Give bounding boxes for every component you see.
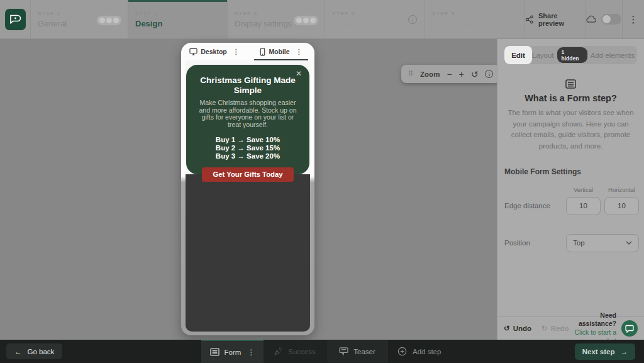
- top-bar: STEP 1 General STEP 2 Design STEP 3 Disp…: [0, 0, 644, 39]
- zoom-info-icon[interactable]: i: [485, 70, 493, 78]
- position-label: Position: [504, 239, 562, 247]
- editor-canvas: Desktop ⋮ Mobile ⋮: [0, 39, 497, 340]
- campaign-step-tabs: Form ⋮ Success: [201, 340, 388, 363]
- bottom-bar: ← Go back Form ⋮: [0, 340, 644, 363]
- tab-edit[interactable]: Edit: [504, 46, 532, 64]
- position-select[interactable]: Top: [566, 234, 639, 252]
- undo-icon: ↺: [504, 324, 510, 333]
- kebab-menu-icon[interactable]: ⋮: [247, 349, 255, 356]
- go-back-button[interactable]: ← Go back: [6, 343, 62, 359]
- step-eyebrow: STEP 5: [432, 11, 525, 16]
- popup-cta-button[interactable]: Get Your Gifts Today: [202, 167, 293, 182]
- campaign-popup[interactable]: ✕ Christmas Gifting Made Simple Make Chr…: [186, 65, 309, 174]
- confetti-icon: [274, 347, 283, 356]
- chevron-down-icon: [626, 241, 632, 245]
- step-tab-final-setup[interactable]: STEP 5 Final setup: [425, 0, 525, 38]
- sidebar-tabs: Edit Layout 1 hidden Add elements: [504, 46, 637, 64]
- step-eyebrow: STEP 2: [135, 11, 227, 16]
- device-tab-label: Mobile: [269, 48, 289, 55]
- zoom-out-button[interactable]: −: [447, 70, 452, 79]
- redo-icon: ↻: [541, 324, 548, 333]
- share-preview-label: Share preview: [538, 12, 585, 27]
- share-icon: [525, 15, 534, 24]
- column-label-horizontal: Horizontal: [604, 186, 639, 197]
- next-step-button[interactable]: Next step →: [575, 343, 635, 360]
- zoom-in-button[interactable]: +: [459, 70, 464, 79]
- step-tab-design[interactable]: STEP 2 Design: [128, 0, 228, 38]
- info-title: What is a Form step?: [506, 93, 635, 103]
- mobile-form-settings: Mobile Form Settings Vertical Horizontal…: [497, 167, 644, 252]
- sidebar-tab-label: Edit: [511, 52, 525, 59]
- go-back-label: Go back: [28, 348, 55, 355]
- hidden-count-badge: 1 hidden: [557, 47, 587, 63]
- tab-success[interactable]: Success: [264, 340, 326, 363]
- chat-bubble-icon: [625, 325, 634, 333]
- step-tab-label: Success: [288, 348, 315, 355]
- step-tab-general[interactable]: STEP 1 General: [31, 0, 128, 38]
- sidebar-tab-label: Layout: [532, 52, 554, 59]
- tab-mobile[interactable]: Mobile ⋮: [248, 43, 314, 60]
- form-icon: [506, 79, 635, 89]
- offer-line: Buy 2 → Save 15%: [196, 144, 300, 152]
- app-window: STEP 1 General STEP 2 Design STEP 3 Disp…: [0, 0, 644, 363]
- tab-desktop[interactable]: Desktop ⋮: [181, 43, 248, 60]
- phone-screen: ✕ Christmas Gifting Made Simple Make Chr…: [186, 60, 310, 332]
- next-step-label: Next step: [582, 348, 615, 355]
- column-label-vertical: Vertical: [566, 186, 601, 197]
- kebab-menu-icon[interactable]: ⋮: [233, 48, 240, 55]
- menu-cell: ⋮: [622, 0, 644, 38]
- brand-logo-icon[interactable]: [5, 9, 26, 30]
- form-icon: [210, 348, 219, 356]
- offer-line: Buy 3 → Save 20%: [196, 152, 300, 160]
- assistance-title: Need assistance?: [569, 311, 616, 328]
- popup-offers: Buy 1 → Save 10% Buy 2 → Save 15% Buy 3 …: [196, 136, 300, 160]
- step-tab-display-settings[interactable]: STEP 3 Display settings: [228, 0, 325, 38]
- info-icon[interactable]: i: [408, 15, 417, 24]
- step-tab-integration[interactable]: STEP 4 Integration i: [325, 0, 425, 38]
- sidebar-footer: ↺ Undo ↻ Redo Need assistance? Click to …: [497, 316, 644, 340]
- zoom-toolbar: ⠿ Zoom − + ↺ i: [401, 65, 500, 83]
- kebab-menu-icon[interactable]: ⋮: [629, 14, 638, 24]
- drag-handle-icon[interactable]: ⠿: [408, 70, 413, 78]
- mobile-preview-frame: Desktop ⋮ Mobile ⋮: [181, 43, 314, 335]
- edge-horizontal-input[interactable]: [604, 197, 639, 215]
- share-preview-button[interactable]: Share preview: [525, 0, 585, 38]
- step-tab-label: Teaser: [353, 348, 375, 355]
- close-icon[interactable]: ✕: [296, 69, 302, 78]
- tab-form[interactable]: Form ⋮: [201, 340, 264, 363]
- popup-title: Christmas Gifting Made Simple: [196, 75, 300, 95]
- device-switcher: Desktop ⋮ Mobile ⋮: [181, 43, 314, 60]
- logo-cell: [0, 0, 31, 38]
- tab-teaser[interactable]: Teaser: [326, 340, 388, 363]
- undo-button[interactable]: ↺ Undo: [504, 324, 531, 333]
- progress-dots: [294, 16, 318, 25]
- sidebar-tab-label: Add elements: [591, 52, 635, 59]
- settings-heading: Mobile Form Settings: [504, 167, 637, 176]
- step-title: Final setup: [432, 19, 525, 28]
- tab-add-elements[interactable]: Add elements: [587, 46, 637, 64]
- edge-vertical-input[interactable]: [566, 197, 601, 215]
- arrow-right-icon: →: [621, 348, 628, 355]
- redo-button[interactable]: ↻ Redo: [541, 324, 569, 333]
- step-title: Design: [135, 19, 227, 28]
- offer-line: Buy 1 → Save 10%: [196, 136, 300, 144]
- kebab-menu-icon[interactable]: ⋮: [296, 48, 303, 55]
- toggle-knob: [602, 15, 611, 23]
- position-value: Top: [573, 239, 585, 247]
- undo-label: Undo: [513, 325, 531, 332]
- desktop-icon: [189, 48, 197, 55]
- zoom-reset-icon[interactable]: ↺: [471, 70, 479, 79]
- back-arrow-icon: ←: [14, 348, 22, 355]
- redo-label: Redo: [551, 325, 569, 332]
- main-area: Desktop ⋮ Mobile ⋮: [0, 39, 644, 340]
- cloud-icon: [586, 15, 597, 23]
- add-step-label: Add step: [413, 348, 441, 355]
- tab-layout[interactable]: Layout 1 hidden: [532, 46, 587, 64]
- publish-toggle[interactable]: [601, 14, 621, 25]
- mobile-icon: [260, 48, 265, 56]
- add-step-button[interactable]: Add step: [397, 340, 441, 363]
- popup-body: Make Christmas shopping easier and more …: [196, 99, 300, 128]
- edge-distance-label: Edge distance: [504, 202, 562, 209]
- form-step-info: What is a Form step? The form is what yo…: [497, 79, 644, 152]
- chat-button[interactable]: [621, 320, 638, 337]
